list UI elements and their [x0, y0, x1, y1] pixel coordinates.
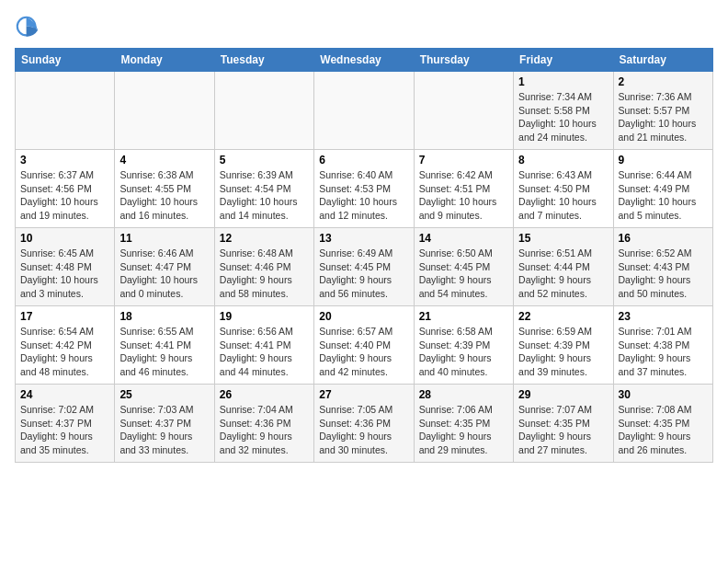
- day-number: 11: [119, 232, 209, 245]
- calendar-cell: 27Sunrise: 7:05 AMSunset: 4:36 PMDayligh…: [314, 385, 414, 463]
- day-number: 21: [419, 310, 508, 323]
- calendar-cell: 5Sunrise: 6:39 AMSunset: 4:54 PMDaylight…: [214, 150, 313, 228]
- day-number: 27: [319, 388, 408, 401]
- day-info: Sunrise: 6:43 AMSunset: 4:50 PMDaylight:…: [518, 168, 608, 223]
- calendar-cell: 24Sunrise: 7:02 AMSunset: 4:37 PMDayligh…: [16, 385, 115, 463]
- calendar-cell: 11Sunrise: 6:46 AMSunset: 4:47 PMDayligh…: [115, 228, 214, 306]
- day-info: Sunrise: 7:36 AMSunset: 5:57 PMDaylight:…: [619, 90, 708, 144]
- calendar-cell: [314, 72, 414, 150]
- logo: [15, 15, 44, 40]
- logo-icon: [15, 15, 40, 40]
- day-info: Sunrise: 7:03 AMSunset: 4:37 PMDaylight:…: [119, 403, 209, 457]
- day-number: 24: [20, 388, 109, 401]
- calendar-cell: 10Sunrise: 6:45 AMSunset: 4:48 PMDayligh…: [16, 228, 115, 306]
- day-info: Sunrise: 6:52 AMSunset: 4:43 PMDaylight:…: [619, 247, 708, 301]
- day-info: Sunrise: 6:54 AMSunset: 4:42 PMDaylight:…: [20, 325, 109, 379]
- day-number: 15: [518, 232, 608, 245]
- day-info: Sunrise: 6:51 AMSunset: 4:44 PMDaylight:…: [518, 247, 608, 301]
- day-info: Sunrise: 7:01 AMSunset: 4:38 PMDaylight:…: [619, 325, 708, 379]
- calendar-cell: 4Sunrise: 6:38 AMSunset: 4:55 PMDaylight…: [115, 150, 214, 228]
- day-number: 3: [20, 154, 109, 167]
- calendar-table: SundayMondayTuesdayWednesdayThursdayFrid…: [15, 48, 713, 463]
- calendar-week-row: 3Sunrise: 6:37 AMSunset: 4:56 PMDaylight…: [16, 150, 713, 228]
- column-header-wednesday: Wednesday: [314, 49, 414, 72]
- day-number: 26: [220, 388, 309, 401]
- column-header-thursday: Thursday: [414, 49, 513, 72]
- day-info: Sunrise: 6:45 AMSunset: 4:48 PMDaylight:…: [20, 247, 109, 301]
- day-number: 23: [619, 310, 708, 323]
- day-info: Sunrise: 6:55 AMSunset: 4:41 PMDaylight:…: [119, 325, 209, 379]
- calendar-week-row: 17Sunrise: 6:54 AMSunset: 4:42 PMDayligh…: [16, 306, 713, 385]
- calendar-cell: [16, 72, 115, 150]
- day-info: Sunrise: 6:46 AMSunset: 4:47 PMDaylight:…: [119, 247, 209, 301]
- day-info: Sunrise: 6:40 AMSunset: 4:53 PMDaylight:…: [319, 168, 408, 223]
- calendar-cell: 25Sunrise: 7:03 AMSunset: 4:37 PMDayligh…: [115, 385, 214, 463]
- column-header-saturday: Saturday: [613, 49, 712, 72]
- page-header: [15, 15, 713, 40]
- day-number: 10: [20, 232, 109, 245]
- day-number: 13: [319, 232, 408, 245]
- day-info: Sunrise: 6:48 AMSunset: 4:46 PMDaylight:…: [220, 247, 309, 301]
- day-info: Sunrise: 6:44 AMSunset: 4:49 PMDaylight:…: [619, 168, 708, 223]
- day-number: 4: [119, 154, 209, 167]
- calendar-cell: 23Sunrise: 7:01 AMSunset: 4:38 PMDayligh…: [613, 306, 712, 385]
- calendar-cell: 20Sunrise: 6:57 AMSunset: 4:40 PMDayligh…: [314, 306, 414, 385]
- calendar-cell: 26Sunrise: 7:04 AMSunset: 4:36 PMDayligh…: [214, 385, 313, 463]
- calendar-cell: 9Sunrise: 6:44 AMSunset: 4:49 PMDaylight…: [613, 150, 712, 228]
- calendar-header-row: SundayMondayTuesdayWednesdayThursdayFrid…: [16, 49, 713, 72]
- calendar-cell: [214, 72, 313, 150]
- calendar-week-row: 1Sunrise: 7:34 AMSunset: 5:58 PMDaylight…: [16, 72, 713, 150]
- day-info: Sunrise: 7:05 AMSunset: 4:36 PMDaylight:…: [319, 403, 408, 457]
- calendar-cell: 8Sunrise: 6:43 AMSunset: 4:50 PMDaylight…: [514, 150, 613, 228]
- day-number: 19: [220, 310, 309, 323]
- calendar-cell: 29Sunrise: 7:07 AMSunset: 4:35 PMDayligh…: [514, 385, 613, 463]
- column-header-sunday: Sunday: [16, 49, 115, 72]
- calendar-cell: 30Sunrise: 7:08 AMSunset: 4:35 PMDayligh…: [613, 385, 712, 463]
- calendar-cell: 15Sunrise: 6:51 AMSunset: 4:44 PMDayligh…: [514, 228, 613, 306]
- calendar-cell: [414, 72, 513, 150]
- day-number: 9: [619, 154, 708, 167]
- day-info: Sunrise: 7:02 AMSunset: 4:37 PMDaylight:…: [20, 403, 109, 457]
- calendar-cell: 28Sunrise: 7:06 AMSunset: 4:35 PMDayligh…: [414, 385, 513, 463]
- day-number: 6: [319, 154, 408, 167]
- day-info: Sunrise: 6:49 AMSunset: 4:45 PMDaylight:…: [319, 247, 408, 301]
- calendar-cell: 13Sunrise: 6:49 AMSunset: 4:45 PMDayligh…: [314, 228, 414, 306]
- day-info: Sunrise: 7:04 AMSunset: 4:36 PMDaylight:…: [220, 403, 309, 457]
- day-number: 14: [419, 232, 508, 245]
- day-info: Sunrise: 6:38 AMSunset: 4:55 PMDaylight:…: [119, 168, 209, 223]
- day-number: 18: [119, 310, 209, 323]
- day-info: Sunrise: 6:57 AMSunset: 4:40 PMDaylight:…: [319, 325, 408, 379]
- calendar-week-row: 10Sunrise: 6:45 AMSunset: 4:48 PMDayligh…: [16, 228, 713, 306]
- calendar-cell: 17Sunrise: 6:54 AMSunset: 4:42 PMDayligh…: [16, 306, 115, 385]
- calendar-cell: 21Sunrise: 6:58 AMSunset: 4:39 PMDayligh…: [414, 306, 513, 385]
- day-info: Sunrise: 6:50 AMSunset: 4:45 PMDaylight:…: [419, 247, 508, 301]
- calendar-cell: 7Sunrise: 6:42 AMSunset: 4:51 PMDaylight…: [414, 150, 513, 228]
- day-info: Sunrise: 7:06 AMSunset: 4:35 PMDaylight:…: [419, 403, 508, 457]
- day-number: 17: [20, 310, 109, 323]
- calendar-cell: 16Sunrise: 6:52 AMSunset: 4:43 PMDayligh…: [613, 228, 712, 306]
- calendar-cell: 1Sunrise: 7:34 AMSunset: 5:58 PMDaylight…: [514, 72, 613, 150]
- column-header-monday: Monday: [115, 49, 214, 72]
- day-info: Sunrise: 7:08 AMSunset: 4:35 PMDaylight:…: [619, 403, 708, 457]
- calendar-cell: 6Sunrise: 6:40 AMSunset: 4:53 PMDaylight…: [314, 150, 414, 228]
- day-info: Sunrise: 6:58 AMSunset: 4:39 PMDaylight:…: [419, 325, 508, 379]
- day-info: Sunrise: 6:37 AMSunset: 4:56 PMDaylight:…: [20, 168, 109, 223]
- day-number: 5: [220, 154, 309, 167]
- column-header-friday: Friday: [514, 49, 613, 72]
- day-info: Sunrise: 7:34 AMSunset: 5:58 PMDaylight:…: [518, 90, 608, 144]
- day-info: Sunrise: 6:56 AMSunset: 4:41 PMDaylight:…: [220, 325, 309, 379]
- day-number: 7: [419, 154, 508, 167]
- day-number: 28: [419, 388, 508, 401]
- day-number: 12: [220, 232, 309, 245]
- calendar-cell: 22Sunrise: 6:59 AMSunset: 4:39 PMDayligh…: [514, 306, 613, 385]
- day-number: 20: [319, 310, 408, 323]
- calendar-cell: 18Sunrise: 6:55 AMSunset: 4:41 PMDayligh…: [115, 306, 214, 385]
- day-number: 2: [619, 75, 708, 88]
- day-number: 22: [518, 310, 608, 323]
- day-number: 25: [119, 388, 209, 401]
- calendar-cell: 12Sunrise: 6:48 AMSunset: 4:46 PMDayligh…: [214, 228, 313, 306]
- day-info: Sunrise: 6:42 AMSunset: 4:51 PMDaylight:…: [419, 168, 508, 223]
- day-info: Sunrise: 6:39 AMSunset: 4:54 PMDaylight:…: [220, 168, 309, 223]
- day-number: 1: [518, 75, 608, 88]
- day-number: 29: [518, 388, 608, 401]
